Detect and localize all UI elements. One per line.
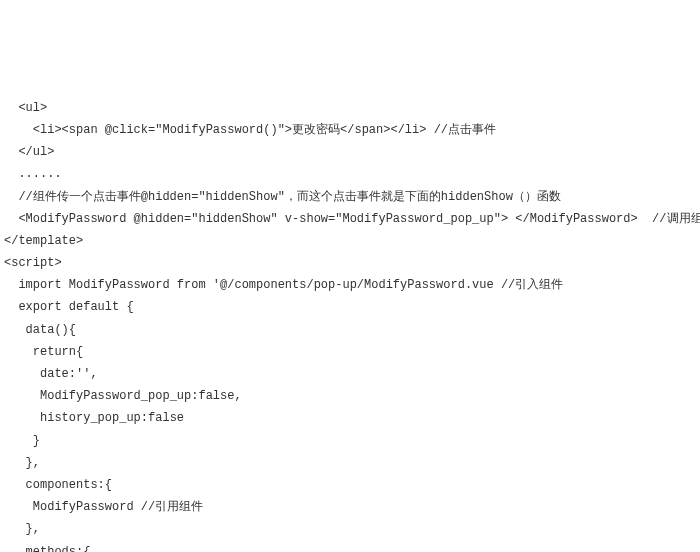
code-line: </ul> [4,141,696,163]
code-line: }, [4,452,696,474]
code-line: ...... [4,163,696,185]
code-line: ModifyPassword //引用组件 [4,496,696,518]
code-line: return{ [4,341,696,363]
code-line: <ul> [4,97,696,119]
code-line: <script> [4,252,696,274]
code-line: date:'', [4,363,696,385]
code-block: <ul> <li><span @click="ModifyPassword()"… [4,97,696,552]
code-line: methods:{ [4,541,696,553]
code-line: } [4,430,696,452]
code-line: <ModifyPassword @hidden="hiddenShow" v-s… [4,208,696,230]
code-line: }, [4,518,696,540]
code-line: //组件传一个点击事件@hidden="hiddenShow"，而这个点击事件就… [4,186,696,208]
code-line: data(){ [4,319,696,341]
code-line: import ModifyPassword from '@/components… [4,274,696,296]
code-line: export default { [4,296,696,318]
code-line: ModifyPassword_pop_up:false, [4,385,696,407]
code-line: </template> [4,230,696,252]
code-line: components:{ [4,474,696,496]
code-line: <li><span @click="ModifyPassword()">更改密码… [4,119,696,141]
code-line: history_pop_up:false [4,407,696,429]
